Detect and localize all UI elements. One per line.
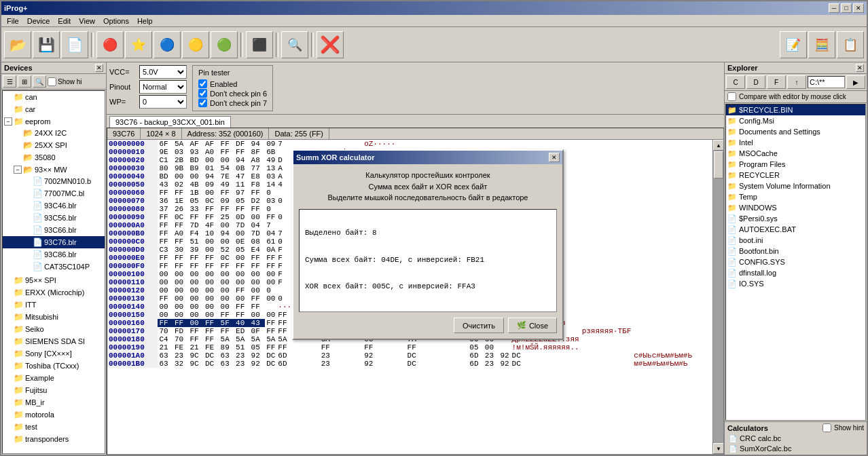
hex-byte[interactable]: 39 bbox=[188, 246, 204, 254]
hex-byte[interactable]: FF bbox=[204, 254, 219, 262]
calc-item[interactable]: 📄CRC calc.bc bbox=[727, 434, 864, 443]
hex-byte[interactable]: FF bbox=[158, 221, 173, 229]
hex-byte[interactable]: 37 bbox=[158, 205, 173, 213]
hex-byte[interactable]: 23 bbox=[173, 352, 189, 360]
hex-byte[interactable]: 00 bbox=[219, 270, 235, 278]
close-dialog-button[interactable]: 🌿 Close bbox=[508, 318, 557, 333]
hex-byte[interactable]: 00 bbox=[158, 303, 173, 311]
tree-item[interactable]: 📄77007MC.bl bbox=[3, 187, 105, 200]
explorer-item[interactable]: 📁$RECYCLE.BIN bbox=[726, 104, 865, 115]
hex-byte[interactable]: FF bbox=[219, 148, 235, 156]
hex-byte[interactable]: FF bbox=[234, 205, 250, 213]
hex-byte[interactable]: 0E bbox=[234, 238, 250, 246]
hex-byte[interactable]: 00 bbox=[250, 270, 266, 278]
hex-byte[interactable]: 63 bbox=[158, 352, 173, 360]
hex-byte[interactable]: F4 bbox=[188, 229, 204, 238]
maximize-button[interactable]: □ bbox=[841, 3, 852, 13]
hex-byte[interactable]: C1 bbox=[158, 156, 173, 164]
hex-byte[interactable]: 05 bbox=[188, 197, 204, 205]
hex-byte[interactable]: 70 bbox=[158, 327, 173, 335]
erase-button[interactable]: 🟡 bbox=[182, 31, 209, 58]
hex-byte[interactable]: 0D bbox=[234, 213, 250, 221]
hex-byte[interactable]: 00 bbox=[250, 278, 266, 286]
hex-byte[interactable]: FF bbox=[188, 327, 204, 335]
hex-byte[interactable]: 77 bbox=[250, 164, 266, 172]
minimize-button[interactable]: ─ bbox=[829, 3, 839, 13]
hex-byte[interactable]: 0C bbox=[219, 254, 235, 262]
hex-byte[interactable]: 00 bbox=[173, 270, 189, 278]
hex-byte[interactable]: 00 bbox=[219, 286, 235, 294]
hex-byte[interactable]: FF bbox=[204, 327, 219, 335]
hex-byte[interactable]: F8 bbox=[250, 180, 266, 189]
hex-byte[interactable]: 00 bbox=[204, 311, 219, 319]
hex-byte[interactable]: 00 bbox=[234, 278, 250, 286]
nav-c-button[interactable]: C bbox=[726, 75, 745, 89]
hex-byte[interactable]: 00 bbox=[188, 311, 204, 319]
hex-byte[interactable]: 7 bbox=[276, 140, 319, 148]
hex-byte[interactable]: 23 bbox=[484, 352, 499, 360]
hex-byte[interactable]: 00 bbox=[158, 270, 173, 278]
explorer-item[interactable]: 📁Temp bbox=[726, 191, 865, 202]
hex-byte[interactable]: FF bbox=[363, 343, 405, 352]
hex-byte[interactable]: 00 bbox=[173, 286, 189, 294]
hex-byte[interactable]: 00 bbox=[204, 270, 219, 278]
hex-byte[interactable]: FF bbox=[158, 229, 173, 238]
hex-byte[interactable]: DF bbox=[234, 140, 250, 148]
dialog-close-button[interactable]: ✕ bbox=[549, 153, 560, 162]
hex-byte[interactable]: FF bbox=[219, 327, 235, 335]
tree-item[interactable]: 📁MB_ir bbox=[3, 396, 105, 408]
compare-checkbox[interactable] bbox=[727, 92, 736, 101]
hex-byte[interactable]: FF bbox=[219, 140, 235, 148]
menu-device[interactable]: Device bbox=[23, 16, 54, 26]
hex-byte[interactable]: 00 bbox=[265, 278, 276, 286]
hex-byte[interactable]: 33 bbox=[188, 205, 204, 213]
hex-byte[interactable]: 0 bbox=[265, 205, 276, 213]
extra-button[interactable]: 📋 bbox=[837, 31, 864, 58]
hex-byte[interactable]: 00 bbox=[173, 278, 189, 286]
clear-button[interactable]: Очистить bbox=[454, 318, 504, 333]
tree-item[interactable]: 📁Fujitsu bbox=[3, 384, 105, 396]
tree-item[interactable]: 📂24XX I2C bbox=[3, 127, 105, 139]
hex-byte[interactable]: FF bbox=[250, 254, 266, 262]
hex-byte[interactable]: 30 bbox=[173, 246, 189, 254]
hex-byte[interactable]: 23 bbox=[320, 360, 363, 368]
hex-byte[interactable]: 4F bbox=[204, 221, 219, 229]
hex-byte[interactable]: 36 bbox=[158, 197, 173, 205]
tree-item[interactable]: 📁ERXX (Microchip) bbox=[3, 286, 105, 299]
hex-byte[interactable]: 0F bbox=[250, 327, 266, 335]
hex-byte[interactable]: 8F bbox=[250, 148, 266, 156]
close-button[interactable]: ✕ bbox=[853, 3, 864, 13]
hex-byte[interactable]: BD bbox=[158, 172, 173, 180]
explorer-item[interactable]: 📁Program Files bbox=[726, 159, 865, 170]
hex-byte[interactable]: 5A bbox=[265, 335, 276, 343]
hex-byte[interactable]: 00 bbox=[234, 229, 250, 238]
hex-byte[interactable]: 00 bbox=[219, 294, 235, 303]
hex-byte[interactable]: 00 bbox=[204, 156, 219, 164]
show-hint-checkbox[interactable] bbox=[48, 77, 56, 86]
hex-byte[interactable]: 94 bbox=[219, 229, 235, 238]
devices-search-button[interactable]: 🔍 bbox=[33, 75, 46, 88]
scrollbar-thumb[interactable] bbox=[714, 151, 723, 178]
hex-byte[interactable]: A8 bbox=[250, 156, 266, 164]
tree-item[interactable]: −📁eeprom📂24XX I2C📂25XX SPI📂35080−📂93×× M… bbox=[3, 115, 105, 274]
tree-item[interactable]: 📁Mitsubishi bbox=[3, 311, 105, 323]
hex-byte[interactable]: 63 bbox=[158, 360, 173, 368]
hex-byte[interactable]: 00 bbox=[188, 319, 204, 327]
hex-byte[interactable]: 61 bbox=[265, 238, 276, 246]
hex-byte[interactable]: BD bbox=[188, 156, 204, 164]
hex-byte[interactable]: A0 bbox=[204, 148, 219, 156]
hex-byte[interactable]: 11 bbox=[234, 180, 250, 189]
devices-tree[interactable]: 📁can📁car−📁eeprom📂24XX I2C📂25XX SPI📂35080… bbox=[2, 90, 105, 454]
hex-byte[interactable]: 9C bbox=[188, 352, 204, 360]
explorer-item[interactable]: 📄AUTOEXEC.BAT bbox=[726, 224, 865, 235]
hex-byte[interactable]: DC bbox=[204, 360, 219, 368]
menu-options[interactable]: Options bbox=[99, 16, 133, 26]
notes-button[interactable]: 📝 bbox=[780, 31, 807, 58]
hex-byte[interactable]: FF bbox=[234, 311, 250, 319]
hex-byte[interactable]: 00 bbox=[204, 294, 219, 303]
explorer-item[interactable]: 📄CONFIG.SYS bbox=[726, 256, 865, 267]
tree-item[interactable]: 📁can bbox=[3, 91, 105, 103]
hex-byte[interactable]: 00 bbox=[188, 294, 204, 303]
hex-byte[interactable]: 7 bbox=[265, 221, 276, 229]
hex-byte[interactable]: 63 bbox=[219, 360, 235, 368]
